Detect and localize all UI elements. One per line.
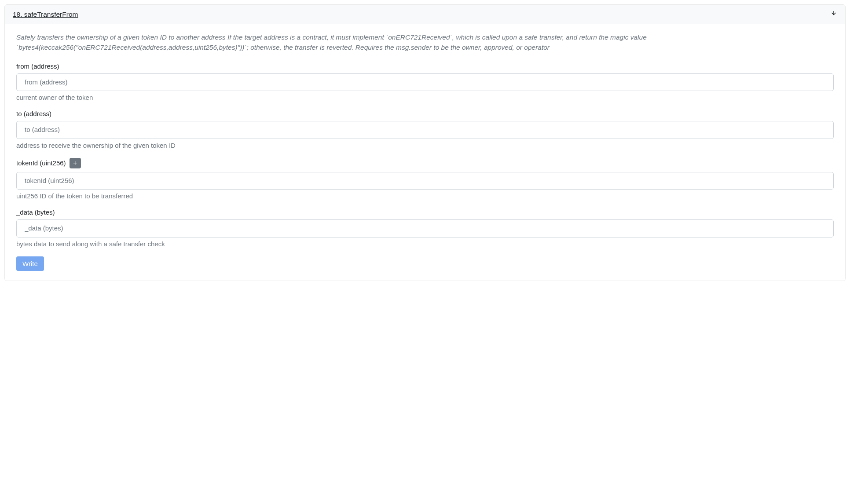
panel-header[interactable]: 18. safeTransferFrom [5,5,845,24]
from-label: from (address) [16,62,59,70]
panel-body: Safely transfers the ownership of a give… [5,24,845,281]
tokenid-label: tokenId (uint256) [16,159,66,167]
function-description: Safely transfers the ownership of a give… [16,32,834,53]
form-group-to: to (address) address to receive the owne… [16,110,834,149]
add-uint-button[interactable]: + [70,158,81,168]
data-help: bytes data to send along with a safe tra… [16,240,834,248]
write-button[interactable]: Write [16,256,44,271]
data-label: _data (bytes) [16,208,55,216]
form-group-tokenid: tokenId (uint256) + uint256 ID of the to… [16,158,834,200]
tokenid-help: uint256 ID of the token to be transferre… [16,192,834,200]
plus-icon: + [73,160,77,167]
to-help: address to receive the ownership of the … [16,142,834,149]
collapse-arrow-icon[interactable] [830,10,837,18]
label-row-from: from (address) [16,62,834,70]
function-panel: 18. safeTransferFrom Safely transfers th… [4,4,846,281]
to-label: to (address) [16,110,51,117]
data-input[interactable] [16,219,834,237]
label-row-to: to (address) [16,110,834,117]
tokenid-input[interactable] [16,172,834,190]
from-input[interactable] [16,73,834,91]
function-title[interactable]: 18. safeTransferFrom [13,11,78,18]
form-group-from: from (address) current owner of the toke… [16,62,834,102]
to-input[interactable] [16,121,834,139]
form-group-data: _data (bytes) bytes data to send along w… [16,208,834,248]
label-row-data: _data (bytes) [16,208,834,216]
from-help: current owner of the token [16,94,834,101]
label-row-tokenid: tokenId (uint256) + [16,158,834,168]
